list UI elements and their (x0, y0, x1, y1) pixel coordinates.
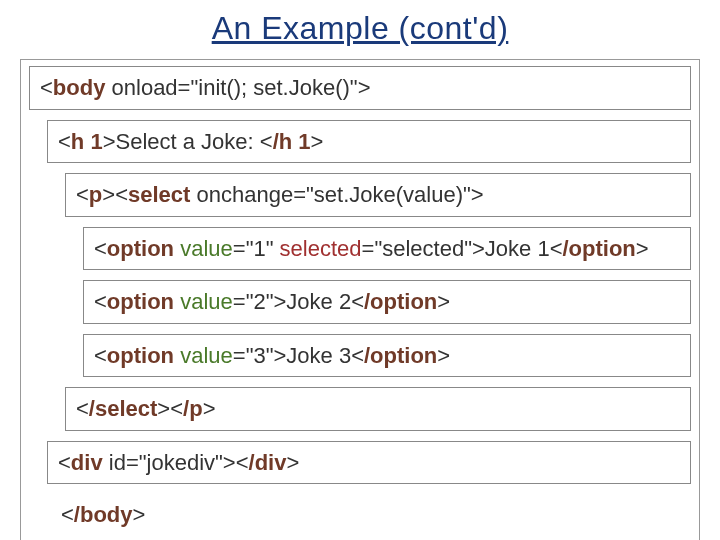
code-line-select-open: <p><select onchange="set.Joke(value)"> (65, 173, 691, 217)
code-line-select-close: </select></p> (65, 387, 691, 431)
code-line-h1: <h 1>Select a Joke: </h 1> (47, 120, 691, 164)
code-line-option-2: <option value="2">Joke 2</option> (83, 280, 691, 324)
slide-title: An Example (cont'd) (0, 10, 720, 47)
code-line-option-1: <option value="1" selected="selected">Jo… (83, 227, 691, 271)
code-block: <body onload="init(); set.Joke()"> <h 1>… (20, 59, 700, 540)
code-line-option-3: <option value="3">Joke 3</option> (83, 334, 691, 378)
code-line-div: <div id="jokediv"></div> (47, 441, 691, 485)
code-line-body-open: <body onload="init(); set.Joke()"> (29, 66, 691, 110)
code-line-body-close: </body> (47, 494, 691, 536)
slide: An Example (cont'd) <body onload="init()… (0, 0, 720, 540)
code-line-html-close: </html> (29, 536, 691, 541)
